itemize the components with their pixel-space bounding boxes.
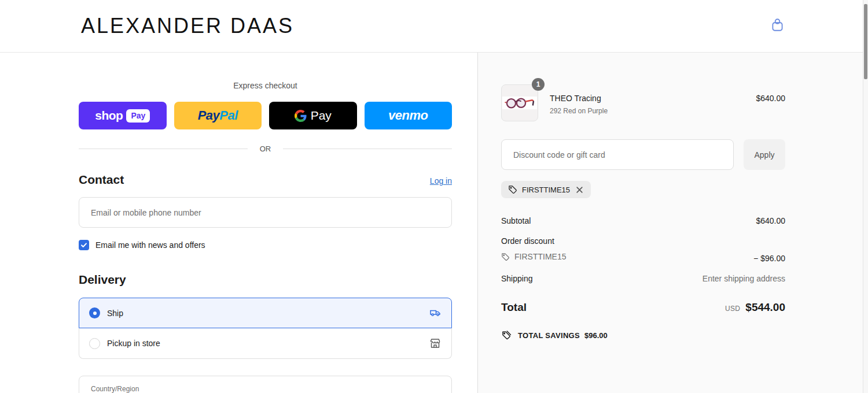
bag-icon	[770, 17, 785, 35]
pickup-label: Pickup in store	[107, 339, 429, 348]
delivery-method-group: Ship Pickup in store	[79, 298, 452, 359]
delivery-option-ship[interactable]: Ship	[79, 298, 452, 328]
country-select[interactable]: Country/Region	[79, 376, 452, 393]
email-input[interactable]	[79, 197, 452, 228]
discount-code-row: FIRSTTIME15 − $96.00	[501, 252, 785, 263]
remove-discount-icon[interactable]	[575, 185, 584, 194]
paypal-wordmark: Pay	[198, 108, 220, 123]
tag-icon	[508, 185, 517, 194]
venmo-wordmark: venmo	[388, 108, 428, 123]
shipping-value: Enter shipping address	[703, 274, 785, 283]
shop-pay-wordmark: shop	[95, 109, 123, 123]
applied-discount-chip: FIRSTTIME15	[501, 181, 591, 198]
or-divider: OR	[79, 143, 452, 154]
ship-radio[interactable]	[89, 307, 100, 318]
page-scrollbar[interactable]	[863, 0, 868, 393]
discount-code-text: FIRSTTIME15	[514, 252, 566, 261]
brand-logo[interactable]: ALEXANDER DAAS	[81, 14, 294, 38]
cart-button[interactable]	[768, 17, 786, 35]
express-checkout-label: Express checkout	[79, 81, 452, 91]
tag-icon	[501, 253, 510, 261]
express-payment-buttons: shop Pay PayPal Pay	[79, 102, 452, 129]
discount-code-input[interactable]	[501, 139, 734, 170]
checkout-form-pane: Express checkout shop Pay PayPal	[0, 53, 477, 393]
scrollbar-thumb[interactable]	[864, 4, 867, 79]
site-header: ALEXANDER DAAS	[0, 0, 868, 53]
google-pay-button[interactable]: Pay	[269, 102, 357, 129]
storefront-icon	[429, 337, 442, 350]
product-name: THEO Tracing	[550, 94, 756, 103]
shop-pay-badge: Pay	[126, 109, 150, 123]
currency-code: USD	[725, 305, 740, 313]
product-thumbnail	[501, 84, 538, 121]
product-variant: 292 Red on Purple	[550, 107, 756, 115]
paypal-button[interactable]: PayPal	[174, 102, 262, 129]
shipping-row: Shipping Enter shipping address	[501, 274, 785, 283]
shop-pay-button[interactable]: shop Pay	[79, 102, 167, 129]
venmo-button[interactable]: venmo	[365, 102, 453, 129]
total-value: $544.00	[745, 301, 785, 314]
google-g-icon	[295, 110, 307, 122]
total-row: Total USD $544.00	[501, 301, 785, 314]
contact-heading: Contact	[79, 173, 124, 187]
country-select-label: Country/Region	[91, 385, 139, 393]
login-link[interactable]: Log in	[430, 176, 452, 186]
google-pay-wordmark: Pay	[311, 109, 332, 123]
applied-discount-code: FIRSTTIME15	[522, 186, 570, 194]
shipping-label: Shipping	[501, 274, 533, 283]
order-discount-label: Order discount	[501, 236, 554, 246]
subtotal-value: $640.00	[756, 216, 785, 225]
newsletter-opt-in[interactable]: Email me with news and offers	[79, 239, 452, 251]
newsletter-checkbox[interactable]	[79, 240, 89, 250]
or-label: OR	[248, 144, 284, 153]
total-savings-label: TOTAL SAVINGS	[518, 331, 580, 340]
total-savings-value: $96.00	[584, 331, 608, 340]
quantity-badge: 1	[532, 78, 545, 91]
apply-discount-button[interactable]: Apply	[744, 139, 785, 170]
pickup-radio[interactable]	[89, 338, 100, 349]
subtotal-label: Subtotal	[501, 216, 531, 225]
delivery-truck-icon	[429, 307, 442, 320]
double-tag-icon	[501, 330, 512, 341]
order-summary-pane: 1 THEO Tracing 292 Red on Purple $640.00…	[477, 53, 868, 393]
product-price: $640.00	[756, 84, 785, 103]
ship-label: Ship	[107, 309, 429, 318]
discount-amount: − $96.00	[753, 254, 785, 263]
total-savings-row: TOTAL SAVINGS $96.00	[501, 330, 785, 341]
delivery-heading: Delivery	[79, 273, 452, 287]
total-label: Total	[501, 301, 527, 314]
order-discount-row: Order discount	[501, 236, 785, 246]
cart-line-item: 1 THEO Tracing 292 Red on Purple $640.00	[501, 84, 785, 121]
delivery-option-pickup[interactable]: Pickup in store	[79, 328, 452, 359]
subtotal-row: Subtotal $640.00	[501, 216, 785, 225]
newsletter-label: Email me with news and offers	[95, 240, 205, 250]
